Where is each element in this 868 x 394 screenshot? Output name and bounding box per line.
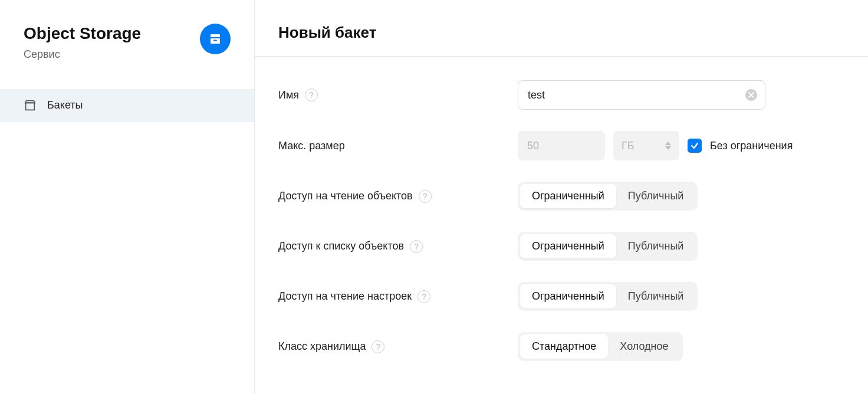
bucket-form: Имя ? Макс. размер <box>255 57 868 385</box>
label-read-objects: Доступ на чтение объектов ? <box>278 190 518 203</box>
help-icon[interactable]: ? <box>371 340 384 353</box>
sidebar: Object Storage Сервис Бакеты <box>0 0 255 394</box>
label-name-text: Имя <box>278 89 299 101</box>
stepper-arrows-icon <box>665 142 671 150</box>
unlimited-checkbox[interactable] <box>688 139 702 153</box>
label-read-objects-text: Доступ на чтение объектов <box>278 190 413 202</box>
name-input[interactable] <box>518 80 765 110</box>
main-header: Новый бакет <box>255 0 868 57</box>
name-input-wrap <box>518 80 765 110</box>
segment-list-objects: Ограниченный Публичный <box>518 232 698 261</box>
segment-read-settings: Ограниченный Публичный <box>518 282 698 311</box>
label-list-objects: Доступ к списку объектов ? <box>278 240 518 253</box>
segment-read-objects: Ограниченный Публичный <box>518 182 698 211</box>
row-max-size: Макс. размер ГБ Без ограничения <box>278 131 844 160</box>
label-list-objects-text: Доступ к списку объектов <box>278 240 404 252</box>
field-max-size: ГБ Без ограничения <box>518 131 793 160</box>
label-read-settings: Доступ на чтение настроек ? <box>278 290 518 303</box>
field-list-objects: Ограниченный Публичный <box>518 232 698 261</box>
service-subtitle: Сервис <box>24 48 141 61</box>
max-size-input <box>518 131 605 160</box>
field-storage-class: Стандартное Холодное <box>518 332 683 361</box>
help-icon[interactable]: ? <box>305 88 318 101</box>
row-name: Имя ? <box>278 80 844 110</box>
segment-opt-standard[interactable]: Стандартное <box>520 334 608 359</box>
segment-opt-public[interactable]: Публичный <box>616 184 696 208</box>
sidebar-nav: Бакеты <box>0 89 254 122</box>
row-read-settings: Доступ на чтение настроек ? Ограниченный… <box>278 282 844 311</box>
segment-opt-restricted[interactable]: Ограниченный <box>520 234 616 258</box>
svg-rect-2 <box>213 40 217 41</box>
row-storage-class: Класс хранилища ? Стандартное Холодное <box>278 332 844 361</box>
service-title: Object Storage <box>24 24 141 44</box>
page-title: Новый бакет <box>278 24 844 42</box>
sidebar-header: Object Storage Сервис <box>0 0 254 75</box>
field-read-settings: Ограниченный Публичный <box>518 282 698 311</box>
row-read-objects: Доступ на чтение объектов ? Ограниченный… <box>278 182 844 211</box>
sidebar-item-label: Бакеты <box>47 99 83 111</box>
field-name <box>518 80 765 110</box>
svg-rect-0 <box>211 34 220 37</box>
segment-storage-class: Стандартное Холодное <box>518 332 683 361</box>
segment-opt-public[interactable]: Публичный <box>616 284 696 308</box>
segment-opt-restricted[interactable]: Ограниченный <box>520 184 616 208</box>
sidebar-header-text: Object Storage Сервис <box>24 24 141 61</box>
main: Новый бакет Имя ? <box>255 0 868 394</box>
help-icon[interactable]: ? <box>417 290 430 303</box>
storage-icon <box>200 24 231 54</box>
segment-opt-public[interactable]: Публичный <box>616 234 696 258</box>
label-storage-class-text: Класс хранилища <box>278 340 366 353</box>
segment-opt-cold[interactable]: Холодное <box>608 334 680 359</box>
label-name: Имя ? <box>278 88 518 101</box>
help-icon[interactable]: ? <box>410 240 423 253</box>
unlimited-label: Без ограничения <box>710 140 793 152</box>
label-max-size: Макс. размер <box>278 140 518 152</box>
row-list-objects: Доступ к списку объектов ? Ограниченный … <box>278 232 844 261</box>
label-storage-class: Класс хранилища ? <box>278 340 518 353</box>
label-read-settings-text: Доступ на чтение настроек <box>278 290 412 303</box>
help-icon[interactable]: ? <box>419 190 432 203</box>
label-max-size-text: Макс. размер <box>278 140 345 152</box>
clear-icon[interactable] <box>745 89 757 101</box>
sidebar-item-buckets[interactable]: Бакеты <box>0 89 254 122</box>
field-read-objects: Ограниченный Публичный <box>518 182 698 211</box>
unit-select: ГБ <box>613 131 679 160</box>
segment-opt-restricted[interactable]: Ограниченный <box>520 284 616 308</box>
unit-value: ГБ <box>622 140 634 152</box>
bucket-icon <box>24 99 37 112</box>
